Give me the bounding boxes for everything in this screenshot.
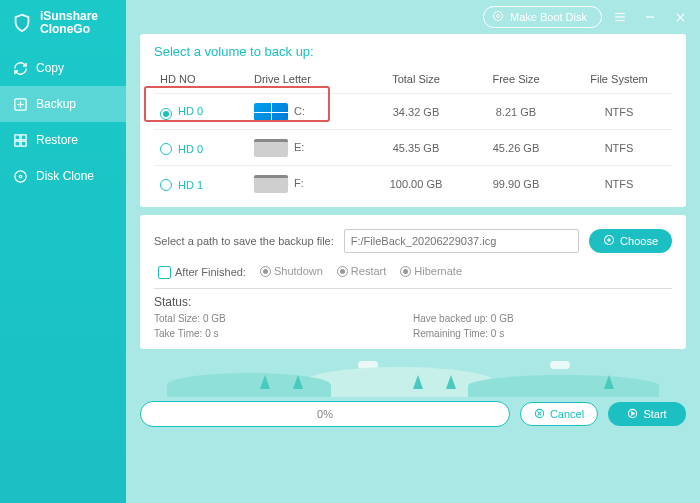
after-option[interactable]: Restart	[337, 264, 386, 277]
start-label: Start	[643, 408, 666, 420]
plus-circle-icon	[603, 234, 615, 248]
cell-letter: F:	[294, 176, 304, 188]
sidebar-item-label: Copy	[36, 61, 64, 75]
sidebar-item-backup[interactable]: Backup	[0, 86, 126, 122]
after-option[interactable]: Hibernate	[400, 264, 462, 277]
decorative-scenery	[140, 357, 686, 397]
choose-label: Choose	[620, 235, 658, 247]
sidebar: iSunshare CloneGo Copy Backup Restore Di…	[0, 0, 126, 503]
sidebar-item-copy[interactable]: Copy	[0, 50, 126, 86]
cell-total: 45.35 GB	[366, 142, 466, 154]
sidebar-item-label: Backup	[36, 97, 76, 111]
make-boot-disk-button[interactable]: Make Boot Disk	[483, 6, 602, 28]
cell-total: 100.00 GB	[366, 178, 466, 190]
play-icon	[627, 408, 638, 421]
progress-text: 0%	[317, 408, 333, 420]
cell-free: 45.26 GB	[466, 142, 566, 154]
radio-small-icon	[337, 266, 348, 277]
status-total: Total Size: 0 GB	[154, 313, 413, 324]
radio-icon[interactable]	[160, 108, 172, 120]
status-take: Take Time: 0 s	[154, 328, 413, 339]
cell-hd: HD 0	[178, 105, 203, 117]
svg-rect-3	[14, 134, 19, 139]
cell-letter: E:	[294, 140, 304, 152]
after-option[interactable]: Shutdown	[260, 264, 323, 277]
windows-drive-icon	[254, 103, 288, 121]
radio-small-icon	[400, 266, 411, 277]
table-row[interactable]: HD 0 E: 45.35 GB 45.26 GB NTFS	[154, 129, 672, 165]
drive-icon	[254, 139, 288, 157]
cell-fs: NTFS	[566, 178, 672, 190]
table-row[interactable]: HD 0 C: 34.32 GB 8.21 GB NTFS	[154, 93, 672, 129]
refresh-icon	[12, 60, 28, 76]
cancel-label: Cancel	[550, 408, 584, 420]
volume-panel: Select a volume to back up: HD NO Drive …	[140, 34, 686, 207]
cell-free: 8.21 GB	[466, 106, 566, 118]
main: Make Boot Disk Select a volume to back u…	[126, 0, 700, 503]
after-checkbox[interactable]	[158, 266, 171, 279]
boot-label: Make Boot Disk	[510, 11, 587, 23]
close-icon[interactable]	[668, 5, 692, 29]
cancel-button[interactable]: Cancel	[520, 402, 598, 426]
disc-icon	[492, 10, 504, 24]
cell-hd: HD 1	[178, 179, 203, 191]
app-logo: iSunshare CloneGo	[0, 0, 126, 50]
choose-button[interactable]: Choose	[589, 229, 672, 253]
footer: 0% Cancel Start	[126, 401, 700, 439]
cell-free: 99.90 GB	[466, 178, 566, 190]
th-total: Total Size	[366, 73, 466, 85]
backup-icon	[12, 96, 28, 112]
shield-icon	[10, 11, 34, 35]
radio-icon[interactable]	[160, 143, 172, 155]
minimize-icon[interactable]	[638, 5, 662, 29]
drive-icon	[254, 175, 288, 193]
progress-bar: 0%	[140, 401, 510, 427]
cell-total: 34.32 GB	[366, 106, 466, 118]
status-remain: Remaining Time: 0 s	[413, 328, 672, 339]
cell-letter: C:	[294, 104, 305, 116]
radio-icon[interactable]	[160, 179, 172, 191]
svg-rect-4	[21, 134, 26, 139]
svg-point-7	[14, 170, 25, 181]
app-name-2: CloneGo	[40, 23, 98, 36]
svg-rect-6	[21, 141, 26, 146]
menu-icon[interactable]	[608, 5, 632, 29]
status-title: Status:	[154, 295, 672, 309]
radio-small-icon	[260, 266, 271, 277]
th-drive: Drive Letter	[254, 73, 366, 85]
th-hdno: HD NO	[154, 73, 254, 85]
sidebar-item-label: Disk Clone	[36, 169, 94, 183]
cell-fs: NTFS	[566, 142, 672, 154]
cell-fs: NTFS	[566, 106, 672, 118]
cancel-icon	[534, 408, 545, 421]
sidebar-item-diskclone[interactable]: Disk Clone	[0, 158, 126, 194]
svg-point-10	[496, 15, 499, 18]
nav: Copy Backup Restore Disk Clone	[0, 50, 126, 194]
restore-icon	[12, 132, 28, 148]
sidebar-item-restore[interactable]: Restore	[0, 122, 126, 158]
start-button[interactable]: Start	[608, 402, 686, 426]
disk-icon	[12, 168, 28, 184]
svg-rect-5	[14, 141, 19, 146]
volume-panel-title: Select a volume to back up:	[154, 44, 672, 59]
savepath-label: Select a path to save the backup file:	[154, 235, 334, 247]
sidebar-item-label: Restore	[36, 133, 78, 147]
table-row[interactable]: HD 1 F: 100.00 GB 99.90 GB NTFS	[154, 165, 672, 201]
th-fs: File System	[566, 73, 672, 85]
table-header: HD NO Drive Letter Total Size Free Size …	[154, 69, 672, 93]
svg-point-9	[493, 12, 502, 21]
options-panel: Select a path to save the backup file: C…	[140, 215, 686, 349]
cell-hd: HD 0	[178, 143, 203, 155]
th-free: Free Size	[466, 73, 566, 85]
status-backed: Have backed up: 0 GB	[413, 313, 672, 324]
svg-point-8	[19, 175, 22, 178]
savepath-input[interactable]	[344, 229, 579, 253]
after-label: After Finished:	[175, 266, 246, 278]
titlebar: Make Boot Disk	[126, 0, 700, 34]
